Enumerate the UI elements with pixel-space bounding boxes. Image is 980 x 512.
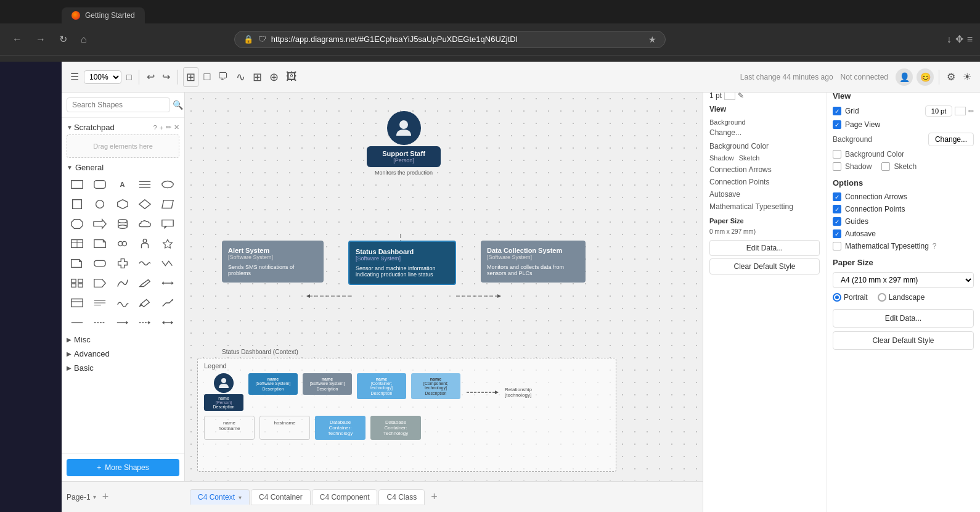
grid-color-swatch[interactable] [955,107,966,115]
landscape-radio[interactable] [878,293,886,302]
shape-hexagon[interactable] [112,196,133,213]
shape-list-text[interactable] [89,294,110,312]
grid-value-input[interactable] [925,105,952,117]
scratchpad-edit-icon[interactable]: ✏ [166,123,171,131]
bg-color-checkbox[interactable] [833,150,841,159]
advanced-header[interactable]: ▶ Advanced [62,347,184,361]
add-page-btn[interactable]: + [99,489,113,505]
select-tool[interactable]: ⊞ [183,67,198,87]
browser-tab[interactable]: Getting Started [62,7,145,23]
insert-tool[interactable]: ⊕ [267,68,281,86]
address-bar[interactable]: 🔒 🛡 https://app.diagrams.net/#G1ECphsaYi… [234,31,666,48]
shape-double-arrow[interactable] [157,314,178,331]
note-tool[interactable]: 🖼 [284,68,300,86]
c4-component-tab[interactable]: C4 Component [312,489,378,505]
shape-cloud[interactable] [134,215,155,233]
edit-data-small-btn[interactable]: Edit Data... [709,240,820,256]
freehand-tool[interactable]: ∿ [234,68,248,86]
shadow-checkbox[interactable] [833,162,841,171]
rectangle-tool[interactable]: □ [201,68,213,86]
c4-class-tab[interactable]: C4 Class [378,489,425,505]
shape-container[interactable] [67,294,88,312]
bookmark-star[interactable]: ★ [648,35,656,44]
shape-cross[interactable] [112,255,133,272]
page-1-tab[interactable]: Page-1 ▾ [67,493,96,502]
search-input[interactable] [67,97,170,112]
more-shapes-button[interactable]: + More Shapes [67,459,179,476]
zoom-selector[interactable]: 100% [84,70,121,84]
shape-arrows[interactable] [157,275,178,292]
shape-octagon[interactable] [67,215,88,233]
shape-person[interactable] [134,235,155,252]
shape-rounded-rect[interactable] [89,176,110,193]
download-icon[interactable]: ↓ [947,34,952,45]
scratchpad-header[interactable]: ▼ Scratchpad ? + ✏ ✕ [62,120,184,134]
shape-pill[interactable] [89,255,110,272]
shape-dashed-arrow[interactable] [134,314,155,331]
line-color-swatch[interactable] [724,91,735,100]
scratchpad-help-icon[interactable]: ? [153,124,157,131]
portrait-option[interactable]: Portrait [833,293,868,302]
shape-doc[interactable] [67,255,88,272]
math-typing-checkbox[interactable] [833,242,841,250]
settings-button[interactable]: ⚙ [944,68,958,85]
shape-pencil[interactable] [134,275,155,292]
c4-context-tab[interactable]: C4 Context ▾ [190,489,250,505]
shape-zigzag[interactable] [157,255,178,272]
extensions-icon[interactable]: ✥ [955,33,963,45]
menu-icon[interactable]: ≡ [967,34,973,45]
page-view-checkbox[interactable]: ✓ [833,120,841,129]
shape-arrow-right[interactable] [89,215,110,233]
c4-container-tab[interactable]: C4 Container [251,489,311,505]
shape-eyedrop[interactable] [134,294,155,312]
scratchpad-close-icon[interactable]: ✕ [174,123,179,131]
shape-cylinder[interactable] [112,215,133,233]
shape-circle[interactable] [89,196,110,213]
refresh-button[interactable]: ↻ [54,31,72,47]
guides-checkbox[interactable]: ✓ [833,217,841,226]
shape-angled-arrows[interactable] [157,294,178,312]
shape-curve[interactable] [112,275,133,292]
grid-color-edit[interactable]: ✏ [968,107,974,115]
shape-speech[interactable] [112,235,133,252]
color-edit-icon[interactable]: ✎ [738,91,744,100]
paper-size-select[interactable]: A4 (210 mm x 297 mm) [833,272,974,288]
status-dashboard-box[interactable]: Status Dashboard [Software System] Senso… [348,241,456,285]
back-button[interactable]: ← [7,31,27,47]
shape-lines[interactable] [134,176,155,193]
shape-label[interactable] [89,275,110,292]
shape-diamond[interactable] [134,196,155,213]
shape-line-arrow[interactable] [112,314,133,331]
shape-table[interactable] [67,235,88,252]
shape-star[interactable] [157,235,178,252]
shape-parallelogram[interactable] [157,196,178,213]
home-button[interactable]: ⌂ [76,31,92,47]
math-typing-help-icon[interactable]: ? [933,242,937,250]
undo-button[interactable]: ↩ [144,68,157,85]
landscape-option[interactable]: Landscape [878,293,925,302]
sketch-checkbox[interactable] [881,162,890,171]
background-change-btn[interactable]: Change... [928,133,974,146]
shape-callout[interactable] [157,215,178,233]
shape-square[interactable] [67,196,88,213]
drag-zone[interactable]: Drag elements here [67,134,179,158]
canvas-area[interactable]: Support Staff [Person] Monitors the prod… [185,93,703,481]
conn-arrows-checkbox[interactable]: ✓ [833,192,841,201]
shape-squiggle[interactable] [112,294,133,312]
data-collection-box[interactable]: Data Collection System [Software System]… [481,241,586,283]
table-tool[interactable]: ⊞ [250,68,264,86]
shape-text[interactable]: A [112,176,133,193]
add-tab-btn[interactable]: + [426,488,443,506]
edit-data-btn[interactable]: Edit Data... [833,309,974,328]
misc-header[interactable]: ▶ Misc [62,332,184,347]
alert-system-box[interactable]: Alert System [Software System] Sends SMS… [222,241,324,283]
collab-user-icon[interactable]: 👤 [896,68,913,86]
shape-line-solid[interactable] [67,314,88,331]
search-icon[interactable]: 🔍 [173,100,183,110]
autosave-checkbox[interactable]: ✓ [833,229,841,238]
general-section-header[interactable]: ▼ General [62,160,184,175]
speech-tool[interactable]: 🗩 [215,68,231,86]
fit-page-button[interactable]: □ [124,70,134,85]
toggle-sidebar-button[interactable]: ☰ [68,68,81,85]
portrait-radio[interactable] [833,293,841,302]
